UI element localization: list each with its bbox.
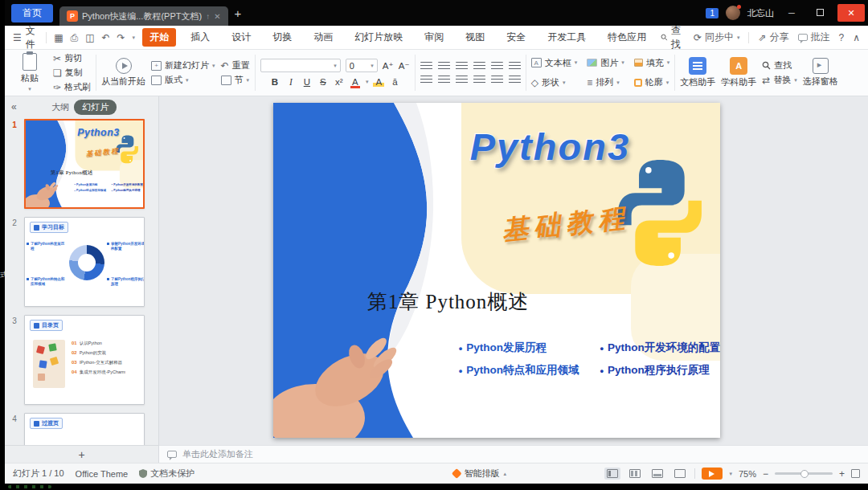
selection-pane-button[interactable]: 选择窗格 — [803, 58, 838, 88]
subject-assistant-button[interactable]: A 学科助手 — [721, 57, 756, 88]
pin-icon[interactable]: ↑ — [206, 12, 210, 21]
tab-design[interactable]: 设计 — [224, 28, 258, 47]
new-tab-button[interactable]: + — [235, 6, 242, 20]
play-from-current-button[interactable]: 从当前开始 — [101, 58, 145, 88]
slide-thumbnail-2[interactable]: 学习目标 了解Python的发展历程 了解Python的特点和应用领域 掌握Py… — [24, 217, 145, 307]
undo-icon[interactable]: ↶ — [101, 32, 109, 43]
replace-button[interactable]: ⇄替换▾ — [762, 74, 797, 86]
distribute-icon[interactable] — [509, 76, 521, 84]
collapse-ribbon-icon[interactable]: ∧ — [853, 32, 860, 43]
fit-screen-icon[interactable] — [851, 469, 860, 478]
protection-status[interactable]: 文档未保护 — [139, 468, 194, 480]
find-button[interactable]: 查找 — [762, 59, 797, 71]
reset-button[interactable]: ↶重置 — [221, 59, 250, 71]
maximize-button[interactable] — [809, 8, 830, 18]
slide-sorter-button[interactable] — [627, 468, 643, 480]
theme-name[interactable]: Office Theme — [76, 469, 129, 479]
tab-outline[interactable]: 大纲 — [51, 101, 69, 113]
textbox-button[interactable]: A文本框▾ — [531, 57, 578, 69]
collapse-panel-icon[interactable]: « — [11, 101, 17, 112]
message-badge[interactable]: 1 — [706, 8, 719, 18]
close-tab-icon[interactable]: ✕ — [214, 12, 220, 21]
tab-special-apps[interactable]: 特色应用 — [600, 28, 653, 47]
tab-devtools[interactable]: 开发工具 — [540, 28, 593, 47]
columns-icon[interactable] — [491, 76, 503, 84]
align-justify-icon[interactable] — [473, 76, 485, 84]
bullets-icon[interactable] — [420, 62, 432, 71]
main-slide[interactable]: Python3 基础教程 第1章 Python概述 •Python发展历程 •P… — [273, 103, 720, 438]
tab-animation[interactable]: 动画 — [306, 28, 340, 47]
reading-view-button[interactable] — [672, 468, 688, 480]
close-window-button[interactable]: ✕ — [837, 4, 865, 22]
underline-button[interactable]: U — [301, 77, 313, 87]
font-color-caret-icon[interactable]: ▾ — [366, 79, 369, 85]
tab-slides[interactable]: 幻灯片 — [74, 100, 117, 115]
slide-title-python3[interactable]: Python3 — [470, 125, 630, 169]
zoom-slider[interactable] — [775, 472, 833, 475]
tab-insert[interactable]: 插入 — [183, 28, 217, 47]
font-name-combo[interactable]: ▾ — [260, 59, 341, 72]
username[interactable]: 北忘山 — [747, 7, 774, 19]
bold-button[interactable]: B — [269, 77, 280, 87]
fill-button[interactable]: 填充▾ — [634, 57, 670, 69]
text-direction-icon[interactable] — [509, 62, 521, 71]
tab-review[interactable]: 审阅 — [417, 28, 451, 47]
layout-button[interactable]: 版式▾ — [151, 74, 215, 86]
phonetic-guide-button[interactable]: ā — [389, 77, 400, 87]
play-caret-icon[interactable]: ▾ — [729, 471, 732, 477]
picture-button[interactable]: 图片▾ — [587, 57, 624, 69]
format-painter-button[interactable]: ✑格式刷 — [53, 81, 91, 93]
document-tab[interactable]: P Python快速编...教程(PPT文档) ↑ ✕ — [59, 6, 228, 26]
new-slide-button[interactable]: +新建幻灯片▾ — [151, 59, 215, 71]
find-menu[interactable]: 查找 — [661, 24, 686, 51]
tab-view[interactable]: 视图 — [458, 28, 492, 47]
comment-button[interactable]: 批注 — [798, 31, 830, 44]
add-slide-button[interactable]: + — [5, 445, 159, 463]
paste-button[interactable]: 粘贴 ▾ — [12, 53, 47, 92]
slide-thumbnail-4[interactable]: 过渡页 — [24, 413, 145, 445]
align-right-icon[interactable] — [456, 76, 468, 84]
chapter-title[interactable]: 第1章 Python概述 — [367, 288, 530, 315]
file-menu[interactable]: ☰ 文件 — [13, 24, 39, 51]
indent-icon[interactable] — [473, 62, 485, 71]
notes-view-button[interactable] — [649, 468, 665, 480]
copy-button[interactable]: ❏复制 — [53, 67, 91, 79]
zoom-percent[interactable]: 75% — [739, 469, 756, 479]
minimize-button[interactable]: ─ — [781, 8, 802, 18]
align-center-icon[interactable] — [438, 76, 450, 84]
help-icon[interactable]: ? — [839, 32, 845, 43]
doc-assistant-button[interactable]: 文档助手 — [680, 57, 715, 88]
share-button[interactable]: ⇗ 分享 — [758, 31, 788, 44]
italic-button[interactable]: I — [285, 77, 297, 87]
line-spacing-icon[interactable] — [491, 62, 503, 71]
zoom-in-button[interactable]: + — [839, 468, 845, 480]
quickbar-caret-icon[interactable]: ▾ — [133, 35, 136, 41]
tab-home[interactable]: 开始 — [142, 28, 176, 47]
zoom-slider-knob[interactable] — [800, 470, 809, 478]
save-icon[interactable]: ▦ — [54, 32, 63, 43]
arrange-button[interactable]: ≡排列▾ — [587, 76, 624, 88]
print-preview-icon[interactable]: ◫ — [85, 32, 94, 43]
outline-button[interactable]: 轮廓▾ — [634, 76, 670, 88]
outdent-icon[interactable] — [456, 62, 468, 71]
section-button[interactable]: 节▾ — [221, 74, 250, 86]
tab-transition[interactable]: 切换 — [265, 28, 299, 47]
decrease-font-button[interactable]: A⁻ — [399, 60, 410, 71]
font-size-combo[interactable]: 0▾ — [346, 59, 378, 72]
slideshow-play-button[interactable] — [702, 468, 723, 480]
home-tab[interactable]: 首页 — [11, 4, 53, 22]
shape-button[interactable]: ◇形状▾ — [531, 76, 578, 88]
smart-layout-button[interactable]: 智能排版 ▴ — [452, 468, 506, 480]
zoom-out-button[interactable]: − — [763, 468, 768, 480]
highlight-button[interactable]: A — [373, 77, 384, 87]
bullet-list[interactable]: •Python发展历程 •Python开发环境的配置 •Python特点和应用领… — [459, 341, 720, 378]
thumbnail-list[interactable]: 1 — [5, 117, 158, 445]
notes-bar[interactable]: 单击此处添加备注 — [159, 445, 868, 463]
editing-canvas[interactable]: Python3 基础教程 第1章 Python概述 •Python发展历程 •P… — [159, 96, 868, 445]
slide-thumbnail-1[interactable]: Python3 基础教程 — [24, 119, 145, 209]
strikethrough-button[interactable]: S — [317, 77, 329, 87]
cut-button[interactable]: ✂剪切 — [53, 52, 91, 64]
redo-icon[interactable]: ↷ — [117, 32, 125, 43]
align-left-icon[interactable] — [420, 76, 432, 84]
slide-thumbnail-3[interactable]: 目录页 01认识Python 02Python的安装 03IPython-交互式… — [24, 315, 145, 405]
